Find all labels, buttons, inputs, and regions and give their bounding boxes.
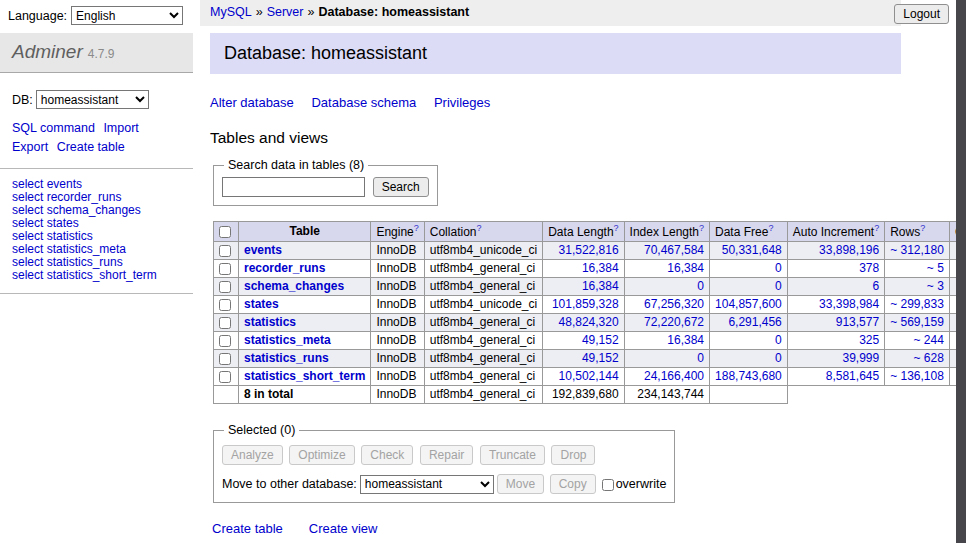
column-help-link[interactable]: ? — [476, 223, 481, 233]
column-help-link[interactable]: ? — [414, 223, 419, 233]
index-length-link[interactable]: 24,166,400 — [644, 369, 704, 383]
row-checkbox[interactable] — [219, 317, 231, 329]
search-input[interactable] — [222, 177, 365, 197]
select-all-checkbox[interactable] — [219, 226, 231, 238]
column-help-link[interactable]: ? — [874, 223, 879, 233]
logout-button[interactable]: Logout — [894, 4, 949, 24]
bulk-action-button[interactable]: Optimize — [289, 445, 354, 465]
table-name-link[interactable]: statistics — [244, 315, 296, 329]
data-free-link[interactable]: 0 — [775, 351, 782, 365]
auto-increment-link[interactable]: 39,999 — [842, 351, 879, 365]
column-help-link[interactable]: ? — [920, 223, 925, 233]
table-name-link[interactable]: states — [244, 297, 279, 311]
data-free-link[interactable]: 188,743,680 — [715, 369, 782, 383]
index-length-link[interactable]: 67,256,320 — [644, 297, 704, 311]
column-help-link[interactable]: ? — [768, 223, 773, 233]
sidebar-table-link[interactable]: select statistics_runs — [12, 256, 181, 269]
index-length-link[interactable]: 0 — [697, 279, 704, 293]
table-name-link[interactable]: statistics_short_term — [244, 369, 365, 383]
move-database-select[interactable]: homeassistant — [360, 475, 494, 494]
sidebar-table-link[interactable]: select events — [12, 178, 181, 191]
auto-increment-link[interactable]: 33,398,984 — [819, 297, 879, 311]
search-button[interactable]: Search — [373, 177, 429, 197]
data-length-link[interactable]: 49,152 — [582, 333, 619, 347]
rows-count-link[interactable]: ~ 244 — [914, 333, 944, 347]
bulk-action-button[interactable]: Check — [361, 445, 413, 465]
index-length-link[interactable]: 72,220,672 — [644, 315, 704, 329]
data-length-link[interactable]: 10,502,144 — [559, 369, 619, 383]
rows-count-link[interactable]: ~ 3 — [927, 279, 944, 293]
index-length-link[interactable]: 70,467,584 — [644, 243, 704, 257]
column-help-link[interactable]: ? — [699, 223, 704, 233]
auto-increment-link[interactable]: 913,577 — [836, 315, 879, 329]
db-action-link[interactable]: Database schema — [311, 95, 416, 110]
data-free-link[interactable]: 50,331,648 — [722, 243, 782, 257]
breadcrumb-link-mysql[interactable]: MySQL — [210, 5, 252, 19]
data-free-link[interactable]: 0 — [775, 279, 782, 293]
move-button[interactable]: Move — [497, 474, 544, 494]
bulk-action-button[interactable]: Analyze — [222, 445, 283, 465]
rows-count-link[interactable]: ~ 136,108 — [890, 369, 944, 383]
data-free-link[interactable]: 0 — [775, 333, 782, 347]
data-free-link[interactable]: 6,291,456 — [728, 315, 781, 329]
db-action-link[interactable]: Alter database — [210, 95, 294, 110]
row-checkbox[interactable] — [219, 263, 231, 275]
create-table-link[interactable]: Create table — [212, 521, 283, 536]
sidebar-action-link[interactable]: Import — [103, 119, 138, 138]
data-free-link[interactable]: 104,857,600 — [715, 297, 782, 311]
copy-button[interactable]: Copy — [550, 474, 596, 494]
sidebar-table-link[interactable]: select statistics_short_term — [12, 269, 181, 282]
sidebar-table-link[interactable]: select recorder_runs — [12, 191, 181, 204]
data-length-link[interactable]: 16,384 — [582, 279, 619, 293]
bulk-action-button[interactable]: Drop — [551, 445, 595, 465]
table-name-link[interactable]: recorder_runs — [244, 261, 325, 275]
index-length-link[interactable]: 16,384 — [667, 261, 704, 275]
data-free-link[interactable]: 0 — [775, 261, 782, 275]
bulk-action-button[interactable]: Repair — [420, 445, 473, 465]
auto-increment-link[interactable]: 8,581,645 — [826, 369, 879, 383]
data-length-link[interactable]: 101,859,328 — [552, 297, 619, 311]
rows-count-link[interactable]: ~ 299,833 — [890, 297, 944, 311]
language-select[interactable]: English — [71, 6, 183, 25]
rows-count-link[interactable]: ~ 569,159 — [890, 315, 944, 329]
row-checkbox[interactable] — [219, 245, 231, 257]
table-name-link[interactable]: events — [244, 243, 282, 257]
auto-increment-link[interactable]: 378 — [859, 261, 879, 275]
sidebar-table-link[interactable]: select statistics — [12, 230, 181, 243]
sidebar-table-link[interactable]: select schema_changes — [12, 204, 181, 217]
bulk-action-button[interactable]: Truncate — [480, 445, 545, 465]
sidebar-action-link[interactable]: Create table — [57, 138, 125, 157]
rows-count-link[interactable]: ~ 5 — [927, 261, 944, 275]
rows-count-link[interactable]: ~ 312,180 — [890, 243, 944, 257]
index-length-link[interactable]: 16,384 — [667, 333, 704, 347]
auto-increment-link[interactable]: 325 — [859, 333, 879, 347]
overwrite-checkbox[interactable] — [602, 479, 614, 491]
vertical-scrollbar[interactable] — [956, 0, 966, 543]
db-action-link[interactable]: Privileges — [434, 95, 490, 110]
data-length-link[interactable]: 16,384 — [582, 261, 619, 275]
row-checkbox[interactable] — [219, 353, 231, 365]
column-help-link[interactable]: ? — [614, 223, 619, 233]
auto-increment-link[interactable]: 6 — [872, 279, 879, 293]
create-view-link[interactable]: Create view — [309, 521, 378, 536]
sidebar-table-link[interactable]: select statistics_meta — [12, 243, 181, 256]
app-logo-link[interactable]: Adminer — [12, 41, 83, 62]
sidebar-table-link[interactable]: select states — [12, 217, 181, 230]
data-length-link[interactable]: 49,152 — [582, 351, 619, 365]
sidebar-action-link[interactable]: Export — [12, 138, 48, 157]
row-checkbox[interactable] — [219, 281, 231, 293]
sidebar-action-link[interactable]: SQL command — [12, 119, 95, 138]
breadcrumb-link-server[interactable]: Server — [267, 5, 304, 19]
db-select[interactable]: homeassistant — [36, 90, 149, 109]
row-checkbox[interactable] — [219, 335, 231, 347]
table-name-link[interactable]: schema_changes — [244, 279, 344, 293]
row-checkbox[interactable] — [219, 299, 231, 311]
rows-count-link[interactable]: ~ 628 — [914, 351, 944, 365]
index-length-link[interactable]: 0 — [697, 351, 704, 365]
table-name-link[interactable]: statistics_runs — [244, 351, 329, 365]
row-checkbox[interactable] — [219, 371, 231, 383]
data-length-link[interactable]: 48,824,320 — [559, 315, 619, 329]
data-length-link[interactable]: 31,522,816 — [559, 243, 619, 257]
auto-increment-link[interactable]: 33,898,196 — [819, 243, 879, 257]
table-name-link[interactable]: statistics_meta — [244, 333, 331, 347]
